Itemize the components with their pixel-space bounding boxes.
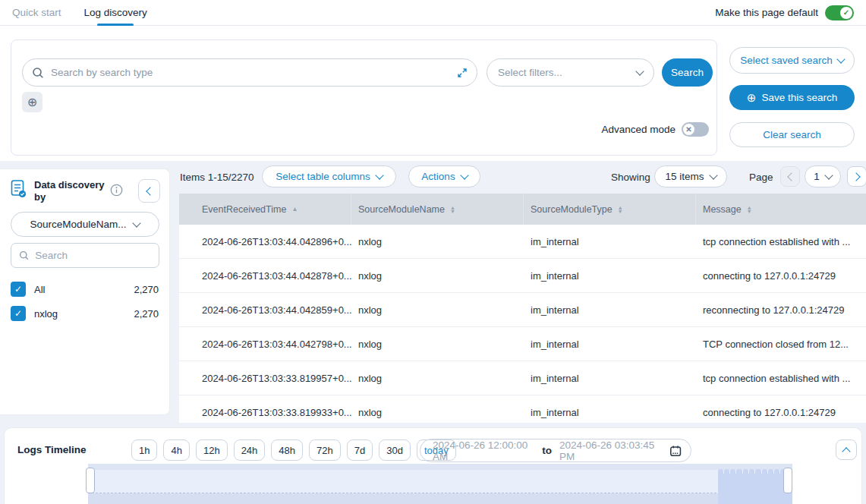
- sort-ascending-icon[interactable]: ▲: [291, 206, 298, 213]
- range-1h[interactable]: 1h: [131, 439, 157, 461]
- document-check-icon: [11, 179, 27, 199]
- check-icon: ✓: [840, 7, 852, 19]
- date-from-value: 2024-06-26 12:00:00 AM: [433, 439, 534, 462]
- date-to-value: 2024-06-26 03:03:45 PM: [559, 439, 662, 462]
- search-panel: Select filters... Search ⊕ Advanced mode…: [11, 39, 717, 156]
- range-48h[interactable]: 48h: [271, 439, 303, 461]
- table-row[interactable]: 2024-06-26T13:03:44.042798+0...nxlogim_i…: [179, 327, 866, 361]
- advanced-mode-label: Advanced mode: [601, 124, 675, 135]
- timeline-brush[interactable]: [88, 464, 792, 504]
- plus-circle-icon: ⊕: [27, 96, 37, 109]
- range-buttons: 1h4h12h24h48h72h7d30dtoday: [131, 439, 456, 461]
- page-label: Page: [749, 172, 773, 183]
- table-row[interactable]: 2024-06-26T13:03:33.819957+0...nxlogim_i…: [179, 361, 866, 395]
- actions-button[interactable]: Actions: [408, 165, 480, 187]
- page-number-select[interactable]: 1: [805, 165, 841, 187]
- range-4h[interactable]: 4h: [163, 439, 189, 461]
- chevron-down-icon: [460, 171, 468, 179]
- cell-time: 2024-06-26T13:03:44.042878+0...: [179, 259, 351, 292]
- brush-right-handle[interactable]: [783, 468, 792, 493]
- range-30d[interactable]: 30d: [379, 439, 411, 461]
- select-saved-search-label: Select saved search: [740, 55, 833, 66]
- log-discovery-page: Quick start Log discovery Make this page…: [0, 0, 866, 504]
- discovery-field-value: SourceModuleNam...: [30, 219, 127, 230]
- cell-time: 2024-06-26T13:03:44.042798+0...: [179, 327, 351, 361]
- chevron-left-icon: [787, 172, 795, 181]
- search-input[interactable]: [51, 67, 450, 78]
- chevron-down-icon: [836, 55, 845, 63]
- column-header-message[interactable]: Message ▲▼: [696, 194, 866, 225]
- tab-quick-start[interactable]: Quick start: [12, 7, 61, 18]
- add-search-row-button[interactable]: ⊕: [22, 92, 43, 112]
- logs-timeline-panel: Logs Timeline 1h4h12h24h48h72h7d30dtoday…: [4, 427, 862, 504]
- facet-search-wrapper[interactable]: [11, 243, 159, 268]
- next-page-button[interactable]: [847, 166, 866, 187]
- range-24h[interactable]: 24h: [234, 439, 266, 461]
- facet-item[interactable]: ✓All2,270: [11, 277, 159, 301]
- advanced-mode-toggle[interactable]: ✕: [682, 122, 709, 137]
- chevron-left-icon: [146, 187, 154, 195]
- cell-type: im_internal: [524, 327, 696, 361]
- column-header-sourcemoduletype[interactable]: SourceModuleType ▲▼: [524, 194, 696, 225]
- cell-module: nxlog: [351, 327, 524, 361]
- column-header-sourcemodulename[interactable]: SourceModuleName ▲▼: [351, 194, 524, 225]
- chevron-right-icon: [852, 172, 860, 181]
- actions-label: Actions: [421, 171, 455, 182]
- info-icon[interactable]: [110, 184, 123, 197]
- sort-icon[interactable]: ▲▼: [747, 206, 752, 213]
- select-table-columns-button[interactable]: Select table columns: [262, 165, 396, 187]
- filters-dropdown[interactable]: Select filters...: [487, 58, 654, 87]
- range-7d[interactable]: 7d: [347, 439, 373, 461]
- cell-module: nxlog: [351, 395, 524, 423]
- timeline-track-bottom: [88, 493, 792, 504]
- make-default-toggle[interactable]: ✓: [825, 5, 854, 20]
- timeline-burst: [718, 469, 792, 504]
- date-range-picker[interactable]: 2024-06-26 12:00:00 AM to 2024-06-26 03:…: [420, 439, 691, 462]
- timeline-selection-area[interactable]: [88, 470, 792, 493]
- table-row[interactable]: 2024-06-26T13:03:44.042896+0...nxlogim_i…: [179, 225, 866, 259]
- saved-search-actions: Select saved search ⊕ Save this search C…: [729, 47, 855, 147]
- search-icon: [32, 67, 44, 79]
- facet-item[interactable]: ✓nxlog2,270: [11, 301, 159, 326]
- table-row[interactable]: 2024-06-26T13:03:44.042878+0...nxlogim_i…: [179, 259, 866, 293]
- checkbox-checked[interactable]: ✓: [11, 282, 26, 297]
- select-saved-search-button[interactable]: Select saved search: [729, 47, 855, 74]
- save-this-search-button[interactable]: ⊕ Save this search: [729, 85, 855, 110]
- prev-page-button[interactable]: [780, 166, 800, 187]
- cell-type: im_internal: [524, 259, 696, 292]
- save-this-search-label: Save this search: [761, 92, 837, 103]
- search-button[interactable]: Search: [662, 58, 713, 87]
- cell-message: connecting to 127.0.0.1:24729: [696, 395, 866, 423]
- expand-icon[interactable]: [457, 68, 468, 78]
- facet-list: ✓All2,270✓nxlog2,270: [11, 277, 159, 326]
- chevron-down-icon: [709, 171, 717, 179]
- tab-log-discovery[interactable]: Log discovery: [84, 0, 147, 26]
- plus-circle-icon: ⊕: [747, 91, 757, 105]
- clear-search-button[interactable]: Clear search: [729, 122, 855, 147]
- items-per-page-value: 15 items: [665, 171, 704, 182]
- calendar-icon[interactable]: [669, 444, 682, 458]
- cell-type: im_internal: [524, 395, 696, 423]
- checkbox-checked[interactable]: ✓: [11, 306, 26, 321]
- cell-module: nxlog: [351, 361, 524, 395]
- chevron-down-icon: [133, 219, 141, 227]
- brush-left-handle[interactable]: [86, 468, 95, 493]
- sort-icon[interactable]: ▲▼: [450, 206, 455, 213]
- range-72h[interactable]: 72h: [309, 439, 341, 461]
- sidebar-title: Data discovery by: [34, 179, 107, 204]
- timeline-collapse-button[interactable]: [836, 439, 857, 460]
- facet-search-input[interactable]: [35, 250, 151, 261]
- table-row[interactable]: 2024-06-26T13:03:44.042859+0...nxlogim_i…: [179, 293, 866, 327]
- column-header-eventreceivedtime[interactable]: EventReceivedTime ▲: [179, 194, 351, 225]
- table-row[interactable]: 2024-06-26T13:03:33.819933+0...nxlogim_i…: [179, 395, 866, 423]
- timeline-track-top: [88, 464, 792, 470]
- items-per-page-select[interactable]: 15 items: [654, 165, 727, 187]
- chevron-down-icon: [824, 171, 833, 179]
- range-12h[interactable]: 12h: [196, 439, 228, 461]
- sort-icon[interactable]: ▲▼: [618, 206, 623, 213]
- discovery-field-dropdown[interactable]: SourceModuleNam...: [11, 212, 159, 237]
- filters-placeholder: Select filters...: [498, 67, 562, 78]
- search-input-wrapper[interactable]: [22, 58, 477, 87]
- facet-label: All: [34, 284, 45, 295]
- sidebar-collapse-button[interactable]: [138, 179, 160, 203]
